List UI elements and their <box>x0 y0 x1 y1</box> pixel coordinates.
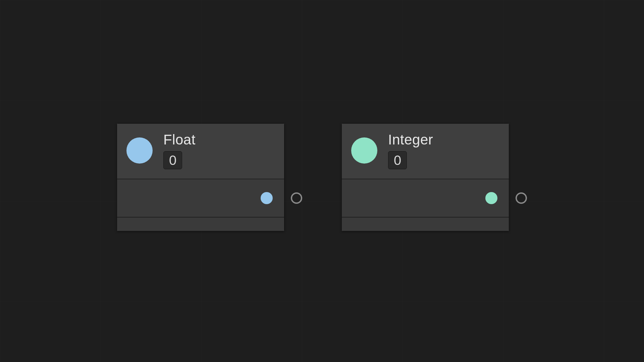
node-float[interactable]: Float 0 <box>117 123 284 231</box>
float-type-icon <box>126 137 153 164</box>
node-header[interactable]: Integer 0 <box>342 124 509 179</box>
integer-type-icon <box>351 137 377 164</box>
output-port[interactable] <box>291 192 302 204</box>
output-port[interactable] <box>516 192 527 204</box>
node-title: Integer <box>388 132 433 148</box>
node-header[interactable]: Float 0 <box>117 124 284 179</box>
float-type-icon <box>261 192 273 204</box>
output-row <box>342 179 509 218</box>
integer-value-input[interactable]: 0 <box>388 151 407 169</box>
node-footer <box>117 218 284 231</box>
float-value-input[interactable]: 0 <box>163 151 182 169</box>
canvas-grid[interactable] <box>0 0 644 362</box>
output-row <box>117 179 284 218</box>
node-integer[interactable]: Integer 0 <box>341 123 509 231</box>
node-footer <box>342 218 509 231</box>
integer-type-icon <box>485 192 497 204</box>
node-title: Float <box>163 132 196 148</box>
